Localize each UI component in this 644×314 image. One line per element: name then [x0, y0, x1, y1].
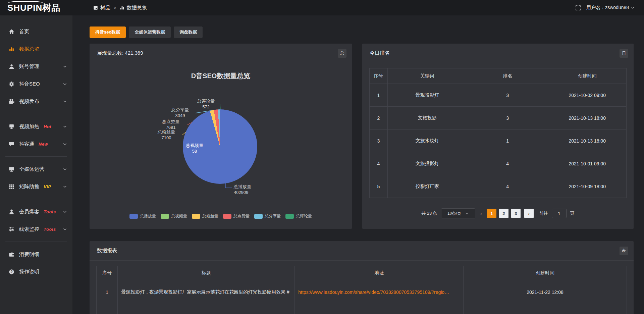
logo-arc-decoration	[8, 1, 43, 5]
chevron-down-icon	[63, 99, 67, 104]
report-table: 序号标题地址创建时间 1景观投影灯，夜游景观投影灯厂家展示展示落花灯在花园里的灯…	[96, 266, 627, 314]
ranking-table-cell: 5	[370, 175, 388, 198]
sidebar-divider	[5, 156, 67, 157]
sidebar-item-badge: New	[39, 142, 48, 147]
legend-label: 总分享量	[265, 213, 281, 219]
main-content: 抖音seo数据全媒体运营数据询盘数据 展现量总数: 421,369 总 D音SE…	[72, 15, 644, 314]
page: SHUPIN树品 树品 > 数据总览 用户名：zswodun88	[0, 0, 644, 314]
sidebar-item-label: 全媒体运营	[19, 166, 44, 172]
report-table-row: 1景观投影灯，夜游景观投影灯厂家展示展示落花灯在花园里的灯光投影应用效果 #ht…	[97, 280, 627, 304]
chevron-down-icon	[63, 82, 67, 86]
ranking-column-header: 创建时间	[548, 68, 627, 84]
chart-panel: 展现量总数: 421,369 总 D音SEO数据量总览 总评论量572 总分	[90, 44, 352, 229]
legend-label: 总点赞量	[233, 213, 250, 219]
fullscreen-icon[interactable]	[575, 5, 581, 11]
ranking-table-cell: 4	[370, 152, 388, 175]
report-cell-url: https://www.iesdouyin.com/share/video/70…	[295, 280, 464, 304]
top-header: SHUPIN树品 树品 > 数据总览 用户名：zswodun88	[0, 0, 644, 15]
logo-text: SHUPIN树品	[7, 3, 60, 12]
breadcrumb: 树品 > 数据总览	[93, 5, 147, 11]
chevron-down-icon	[63, 185, 67, 189]
legend-swatch	[285, 214, 294, 219]
sidebar-item-label: 首页	[19, 29, 29, 35]
report-cell-no: 1	[97, 280, 118, 304]
sidebar-item-consume[interactable]: 消费明细	[0, 246, 72, 263]
sidebar-item-home[interactable]: 首页	[0, 23, 72, 40]
chevron-down-icon	[465, 212, 469, 215]
user-icon	[9, 64, 14, 69]
sidebar-item-heat[interactable]: 视频加热Hot	[0, 118, 72, 135]
pagination-page-3[interactable]: 3	[511, 209, 521, 218]
sidebar-item-douketong[interactable]: 抖客通New	[0, 135, 72, 153]
ranking-table-cell: 3	[467, 107, 548, 129]
pagination-page-1[interactable]: 1	[487, 209, 496, 218]
pagination-prev-button[interactable]: ‹	[479, 211, 483, 216]
tab-1[interactable]: 全媒体运营数据	[129, 27, 171, 38]
data-tabs: 抖音seo数据全媒体运营数据询盘数据	[90, 27, 203, 38]
legend-item[interactable]: 总点赞量	[223, 213, 250, 219]
tab-0[interactable]: 抖音seo数据	[90, 27, 126, 38]
sidebar-item-label: 消费明细	[19, 251, 39, 258]
sidebar-item-clue[interactable]: 线索监控Tools	[0, 220, 72, 238]
legend-item[interactable]: 总播放量	[129, 213, 156, 219]
sidebar-item-overview[interactable]: 数据总览	[0, 40, 72, 58]
page-size-select[interactable]: 10条/页	[441, 208, 475, 218]
pagination-page-2[interactable]: 2	[499, 209, 508, 218]
user-menu[interactable]: 用户名：zswodun88	[586, 5, 635, 11]
report-cell-time: 2021-11-22 12:08	[464, 280, 627, 304]
sidebar-item-publish[interactable]: 视频发布	[0, 93, 72, 110]
breadcrumb-root[interactable]: 树品	[100, 5, 110, 11]
report-column-header: 地址	[295, 266, 464, 280]
legend-item[interactable]: 总评论量	[285, 213, 312, 219]
chevron-down-icon	[63, 124, 67, 129]
ranking-table-cell: 文旅水纹灯	[387, 129, 467, 152]
bar-chart-icon	[120, 5, 124, 10]
ranking-column-header: 关键词	[387, 68, 467, 84]
sidebar-item-badge: Tools	[44, 227, 56, 232]
ranking-panel-title: 今日排名	[370, 50, 390, 56]
legend-label: 总粉丝量	[202, 213, 218, 219]
ranking-table-cell: 2021-10-13 18:00	[548, 129, 627, 152]
pagination-next-button[interactable]: ›	[524, 209, 534, 218]
ranking-panel-badge-day[interactable]: 日	[620, 49, 628, 58]
legend-item[interactable]: 总粉丝量	[192, 213, 218, 219]
app-logo[interactable]: SHUPIN树品	[0, 3, 72, 12]
chart-panel-badge-total[interactable]: 总	[338, 49, 346, 58]
tab-2[interactable]: 询盘数据	[174, 27, 203, 38]
person-icon	[9, 209, 14, 215]
pagination: 共 23 条 10条/页 ‹ 123 › 前往 页	[369, 208, 627, 218]
ranking-table: 序号关键词排名创建时间 1景观投影灯32021-10-02 09:002文旅投影…	[369, 68, 627, 198]
ranking-table-cell: 投影灯厂家	[387, 175, 467, 198]
report-panel-title: 数据报表	[97, 248, 117, 254]
ranking-table-cell: 1	[370, 84, 388, 107]
pagination-goto-input[interactable]	[552, 209, 567, 218]
sidebar-item-label: 操作说明	[19, 269, 39, 275]
sidebar-item-label: 抖客通	[19, 141, 34, 147]
ranking-table-row: 3文旅水纹灯12021-10-13 18:00	[370, 129, 627, 152]
board-icon	[9, 124, 14, 129]
sidebar-item-badge: VIP	[44, 184, 51, 189]
square-icon	[93, 5, 98, 10]
svg-text:?: ?	[10, 270, 12, 273]
chevron-down-icon	[63, 227, 67, 231]
sidebar-item-seo[interactable]: 抖音SEO	[0, 75, 72, 93]
sidebar-item-label: 账号管理	[19, 63, 39, 70]
sidebar-item-help[interactable]: ?操作说明	[0, 263, 72, 280]
sidebar-item-badge: Tools	[44, 209, 56, 214]
ranking-table-cell: 3	[370, 129, 388, 152]
ranking-panel: 今日排名 日 序号关键词排名创建时间 1景观投影灯32021-10-02 09:…	[362, 44, 634, 229]
sidebar-item-media[interactable]: 全媒体运营	[0, 160, 72, 178]
legend-item[interactable]: 总分享量	[254, 213, 281, 219]
sidebar-item-member[interactable]: 会员爆客Tools	[0, 203, 72, 220]
sidebar-item-label: 视频发布	[19, 98, 39, 105]
report-panel-badge-table[interactable]: 表	[620, 247, 628, 255]
sidebar-item-account[interactable]: 账号管理	[0, 58, 72, 75]
legend-swatch	[161, 214, 169, 219]
sidebar-item-matrix[interactable]: 矩阵助推VIP	[0, 178, 72, 195]
pagination-total: 共 23 条	[421, 210, 437, 216]
report-url-link[interactable]: https://www.iesdouyin.com/share/video/70…	[298, 290, 449, 295]
ranking-table-cell: 2021-10-09 18:00	[548, 175, 627, 198]
legend-item[interactable]: 总视频量	[161, 213, 187, 219]
ranking-table-row: 1景观投影灯32021-10-02 09:00	[370, 84, 627, 107]
pie-label-comments: 总评论量572	[191, 98, 221, 110]
